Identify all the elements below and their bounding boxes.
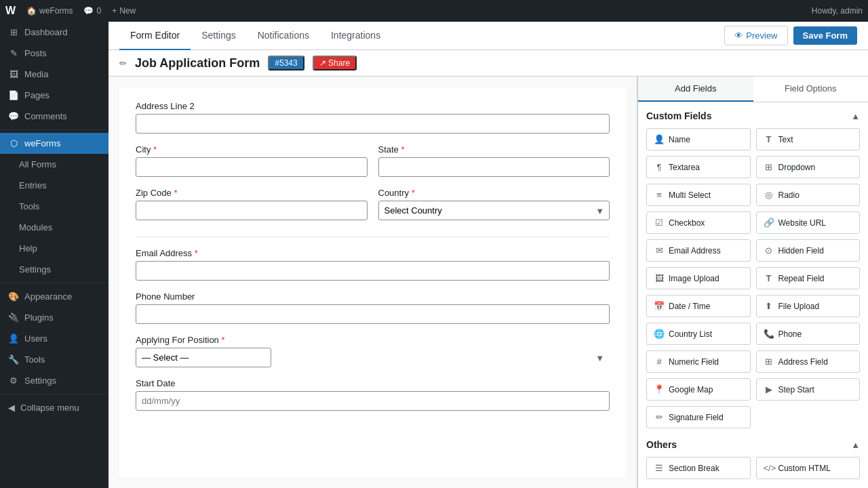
- date-time-icon: 📅: [654, 301, 665, 311]
- address-line2-label: Address Line 2: [136, 101, 610, 111]
- collapse-icon: ◀: [8, 403, 15, 413]
- city-field: City *: [136, 144, 368, 177]
- sidebar-item-dashboard[interactable]: ⊞ Dashboard: [0, 22, 108, 43]
- sidebar-item-modules[interactable]: Modules: [0, 217, 108, 238]
- new-content[interactable]: + New: [112, 6, 136, 16]
- field-phone[interactable]: 📞 Phone: [756, 323, 861, 345]
- field-checkbox[interactable]: ☑ Checkbox: [646, 211, 751, 234]
- field-radio[interactable]: ◎ Radio: [756, 184, 861, 206]
- sidebar-item-tools-sub[interactable]: Tools: [0, 196, 108, 217]
- email-label: Email Address *: [136, 248, 610, 258]
- preview-button[interactable]: 👁 Preview: [724, 26, 787, 45]
- sidebar-item-media[interactable]: 🖼 Media: [0, 64, 108, 85]
- share-button[interactable]: ↗ Share: [313, 56, 357, 70]
- others-header: Others ▲: [646, 439, 860, 450]
- sidebar-item-tools[interactable]: 🔧 Tools: [0, 349, 108, 370]
- field-country-list[interactable]: 🌐 Country List: [646, 323, 751, 345]
- sidebar-item-help[interactable]: Help: [0, 238, 108, 259]
- address-icon: ⊞: [764, 357, 774, 367]
- field-numeric[interactable]: # Numeric Field: [646, 350, 751, 373]
- email-input[interactable]: [136, 261, 610, 281]
- city-input[interactable]: [136, 157, 368, 177]
- field-repeat-field[interactable]: T Repeat Field: [756, 267, 861, 289]
- sidebar-item-appearance[interactable]: 🎨 Appearance: [0, 286, 108, 307]
- field-section-break[interactable]: ☰ Section Break: [646, 457, 751, 479]
- state-input[interactable]: [378, 157, 610, 177]
- field-signature[interactable]: ✏ Signature Field: [646, 406, 751, 428]
- start-date-field: Start Date: [136, 378, 610, 411]
- field-date-time[interactable]: 📅 Date / Time: [646, 295, 751, 317]
- state-field: State *: [378, 144, 610, 177]
- field-email-address[interactable]: ✉ Email Address: [646, 239, 751, 262]
- city-label: City *: [136, 144, 368, 155]
- tab-notifications[interactable]: Notifications: [247, 22, 320, 50]
- sidebar-item-weforms[interactable]: ⬡ weForms: [0, 133, 108, 154]
- sidebar-item-posts[interactable]: ✎ Posts: [0, 43, 108, 64]
- website-url-icon: 🔗: [764, 218, 774, 228]
- sidebar-item-plugins[interactable]: 🔌 Plugins: [0, 307, 108, 328]
- city-state-row: City * State *: [136, 144, 610, 188]
- wp-logo[interactable]: W: [5, 5, 16, 17]
- comments-link[interactable]: 💬 0: [83, 6, 101, 16]
- tab-add-fields[interactable]: Add Fields: [638, 77, 753, 102]
- address-line2-input[interactable]: [136, 114, 610, 134]
- sidebar-item-comments[interactable]: 💬 Comments: [0, 106, 108, 127]
- field-name[interactable]: 👤 Name: [646, 128, 751, 150]
- sidebar-item-entries[interactable]: Entries: [0, 175, 108, 196]
- collapse-menu-button[interactable]: ◀ Collapse menu: [0, 397, 108, 418]
- sidebar-item-settings-sub[interactable]: Settings: [0, 259, 108, 280]
- others-toggle[interactable]: ▲: [851, 440, 860, 450]
- custom-html-icon: </>: [764, 463, 774, 473]
- field-custom-html[interactable]: </> Custom HTML: [756, 457, 861, 479]
- sidebar-item-settings[interactable]: ⚙ Settings: [0, 370, 108, 391]
- content-area: Form Editor Settings Notifications Integ…: [108, 22, 868, 488]
- edit-title-icon[interactable]: ✏: [119, 58, 127, 68]
- save-form-button[interactable]: Save Form: [793, 26, 857, 45]
- position-label: Applying For Position *: [136, 335, 610, 345]
- custom-fields-toggle[interactable]: ▲: [851, 111, 860, 121]
- field-textarea[interactable]: ¶ Textarea: [646, 156, 751, 178]
- position-select[interactable]: — Select —: [136, 348, 271, 367]
- country-select[interactable]: Select Country: [378, 201, 610, 220]
- phone-input[interactable]: [136, 304, 610, 324]
- field-step-start[interactable]: ▶ Step Start: [756, 378, 861, 401]
- field-google-map[interactable]: 📍 Google Map: [646, 378, 751, 401]
- multi-select-icon: ≡: [654, 190, 665, 200]
- field-website-url[interactable]: 🔗 Website URL: [756, 211, 861, 234]
- sidebar-item-all-forms[interactable]: All Forms: [0, 154, 108, 175]
- zip-country-row: Zip Code * Country *: [136, 188, 610, 231]
- google-map-icon: 📍: [654, 384, 665, 394]
- field-multi-select[interactable]: ≡ Multi Select: [646, 184, 751, 206]
- position-select-wrap: — Select — ▼: [136, 348, 610, 367]
- site-name[interactable]: 🏠 weForms: [26, 6, 73, 16]
- field-dropdown[interactable]: ⊞ Dropdown: [756, 156, 861, 178]
- sidebar-divider-1: [0, 129, 108, 130]
- tab-field-options[interactable]: Field Options: [753, 77, 869, 102]
- sidebar-item-pages[interactable]: 📄 Pages: [0, 85, 108, 106]
- zip-input[interactable]: [136, 201, 368, 220]
- page-tabs: Form Editor Settings Notifications Integ…: [108, 22, 868, 50]
- field-file-upload[interactable]: ⬆ File Upload: [756, 295, 861, 317]
- form-title: Job Application Form: [135, 56, 260, 70]
- start-date-input[interactable]: [136, 391, 610, 411]
- share-icon: ↗: [319, 58, 326, 68]
- admin-bar: W 🏠 weForms 💬 0 + New Howdy, admin: [0, 0, 868, 22]
- form-canvas: Address Line 2 City *: [108, 77, 637, 488]
- field-hidden-field[interactable]: ⊙ Hidden Field: [756, 239, 861, 262]
- tab-form-editor[interactable]: Form Editor: [119, 22, 191, 50]
- section-divider: [136, 237, 610, 237]
- form-id-badge[interactable]: #5343: [268, 56, 304, 70]
- tab-integrations[interactable]: Integrations: [320, 22, 391, 50]
- field-text[interactable]: T Text: [756, 128, 861, 150]
- signature-icon: ✏: [654, 412, 665, 422]
- name-icon: 👤: [654, 134, 665, 144]
- tab-settings[interactable]: Settings: [191, 22, 247, 50]
- users-icon: 👤: [8, 333, 19, 344]
- sidebar-item-users[interactable]: 👤 Users: [0, 328, 108, 349]
- fields-panel-tabs: Add Fields Field Options: [638, 77, 868, 102]
- image-upload-icon: 🖼: [654, 273, 665, 283]
- dashboard-icon: ⊞: [8, 27, 19, 37]
- textarea-icon: ¶: [654, 162, 665, 172]
- field-image-upload[interactable]: 🖼 Image Upload: [646, 267, 751, 289]
- field-address[interactable]: ⊞ Address Field: [756, 350, 861, 373]
